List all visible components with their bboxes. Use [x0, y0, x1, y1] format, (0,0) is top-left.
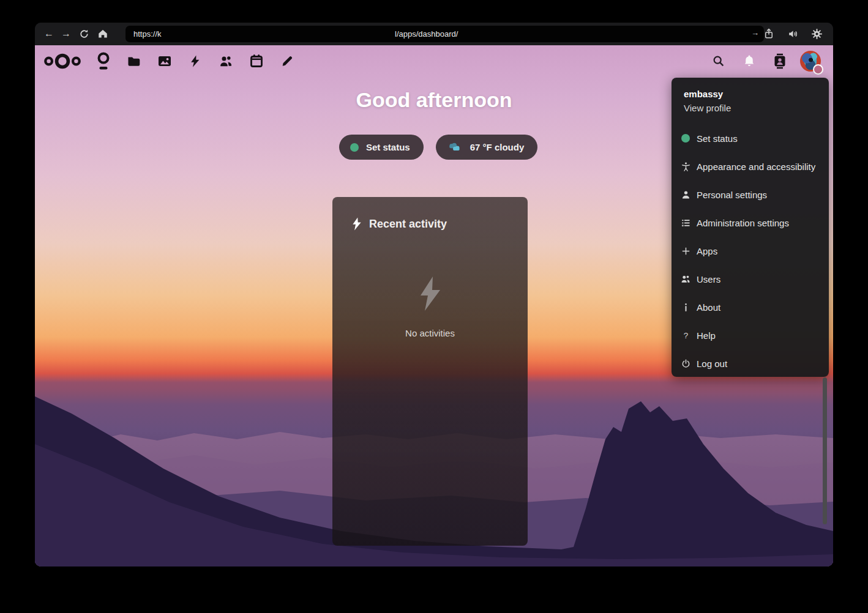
nextcloud-header: [35, 45, 833, 76]
weather-button[interactable]: 67 °F cloudy: [436, 135, 538, 160]
volume-icon: [787, 28, 799, 40]
menu-item-apps[interactable]: Apps: [672, 237, 829, 265]
page-scrollbar[interactable]: [823, 377, 827, 524]
app-contacts-button[interactable]: [211, 45, 241, 76]
menu-item-set-status[interactable]: Set status: [672, 124, 829, 152]
notifications-button[interactable]: [734, 45, 765, 76]
power-icon: [679, 357, 692, 370]
accessibility-icon: [679, 160, 692, 173]
menu-item-help[interactable]: ? Help: [672, 321, 829, 349]
view-profile-link[interactable]: View profile: [672, 101, 829, 116]
menu-item-users[interactable]: Users: [672, 265, 829, 293]
menu-item-label: Personal settings: [697, 190, 767, 200]
menu-item-label: Appearance and accessibility: [697, 162, 815, 172]
recent-activity-widget: Recent activity No activities: [332, 197, 528, 546]
address-bar[interactable]: https://k l/apps/dashboard/ →: [125, 26, 764, 42]
app-dashboard-button[interactable]: [88, 45, 119, 76]
set-status-label: Set status: [366, 142, 410, 152]
clouds-icon: [447, 141, 463, 154]
account-menu-button[interactable]: [795, 45, 826, 76]
app-notes-button[interactable]: [272, 45, 302, 76]
forward-button[interactable]: →: [58, 26, 74, 42]
home-button[interactable]: [95, 26, 111, 42]
account-dropdown-menu: embassy View profile Set status: [672, 78, 829, 377]
lightning-icon: [189, 54, 202, 69]
search-icon: [712, 54, 725, 68]
empty-state-text: No activities: [332, 328, 528, 338]
back-button[interactable]: ←: [41, 26, 57, 42]
page-content: Good afternoon Set status: [35, 45, 833, 567]
info-icon: [679, 301, 692, 313]
menu-item-about[interactable]: About: [672, 293, 829, 321]
user-status-badge: [813, 64, 823, 75]
folder-icon: [127, 54, 141, 69]
menu-item-label: Users: [697, 274, 720, 284]
go-arrow-icon[interactable]: →: [751, 28, 759, 37]
menu-item-label: Apps: [697, 246, 717, 256]
bell-icon: [743, 54, 756, 69]
empty-activity-icon: [416, 275, 445, 312]
account-display-name: embassy: [672, 87, 829, 101]
users-icon: [679, 273, 692, 285]
share-button[interactable]: [761, 26, 777, 42]
svg-text:?: ?: [683, 330, 687, 340]
menu-item-label: Help: [697, 330, 716, 341]
menu-item-label: About: [697, 302, 720, 313]
widget-title: Recent activity: [369, 218, 447, 231]
calendar-icon: [249, 53, 264, 69]
nextcloud-logo-icon[interactable]: [43, 51, 81, 72]
reload-button[interactable]: [76, 26, 92, 42]
plus-icon: [679, 245, 692, 257]
person-icon: [679, 188, 692, 201]
app-files-button[interactable]: [119, 45, 149, 76]
gear-icon: [811, 28, 823, 40]
status-online-icon: [679, 132, 692, 144]
weather-label: 67 °F cloudy: [470, 142, 525, 152]
menu-item-appearance[interactable]: Appearance and accessibility: [672, 152, 829, 180]
dashboard-icon: [96, 52, 111, 70]
home-icon: [97, 28, 108, 39]
set-status-button[interactable]: Set status: [339, 135, 424, 160]
question-icon: ?: [679, 329, 692, 341]
menu-item-logout[interactable]: Log out: [672, 349, 829, 377]
app-activity-button[interactable]: [180, 45, 211, 76]
menu-item-label: Administration settings: [697, 218, 789, 228]
menu-item-label: Set status: [697, 133, 738, 144]
share-icon: [763, 28, 774, 40]
browser-window: ← → https://k l/apps/dashboard/ →: [35, 23, 833, 567]
browser-toolbar: ← → https://k l/apps/dashboard/ →: [35, 23, 833, 45]
menu-item-personal-settings[interactable]: Personal settings: [672, 180, 829, 209]
photos-icon: [157, 54, 172, 69]
menu-item-admin-settings[interactable]: Administration settings: [672, 209, 829, 237]
settings-button[interactable]: [809, 26, 825, 42]
pencil-icon: [280, 54, 294, 68]
reload-icon: [79, 29, 89, 39]
volume-button[interactable]: [785, 26, 801, 42]
app-photos-button[interactable]: [149, 45, 180, 76]
contact-card-icon: [773, 53, 787, 69]
menu-item-label: Log out: [697, 359, 727, 369]
people-icon: [219, 54, 233, 69]
url-text-path: l/apps/dashboard/: [395, 29, 458, 39]
status-online-icon: [350, 143, 359, 152]
url-text-left: https://k: [133, 29, 162, 39]
app-calendar-button[interactable]: [241, 45, 272, 76]
contacts-menu-button[interactable]: [765, 45, 795, 76]
list-settings-icon: [679, 217, 692, 229]
activity-icon: [351, 217, 363, 231]
search-button[interactable]: [703, 45, 734, 76]
